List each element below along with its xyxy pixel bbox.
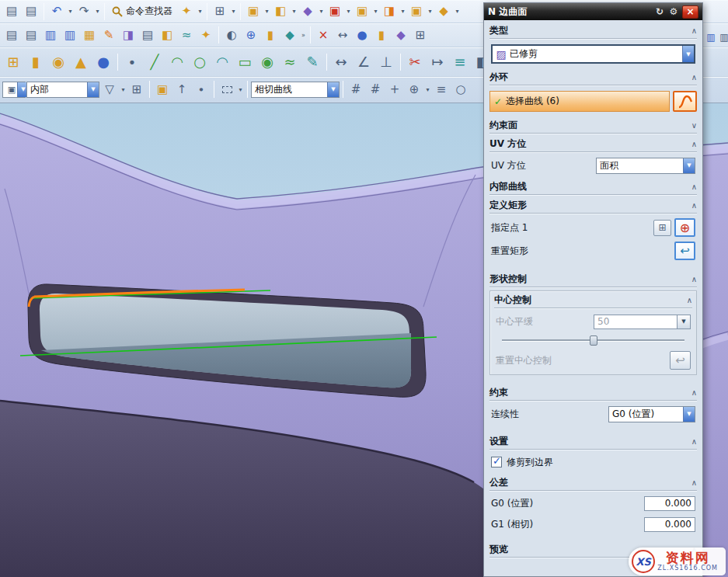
line-icon[interactable]: ╱ — [144, 51, 165, 73]
combo-arrow-icon[interactable]: ▼ — [87, 82, 99, 97]
chevron-down-icon[interactable]: ▾ — [197, 3, 204, 20]
snap-plus-icon[interactable]: + — [385, 80, 404, 99]
chevron-down-icon[interactable]: ▾ — [291, 3, 298, 20]
reset-rect-button[interactable]: ↩ — [674, 242, 695, 260]
notes-icon[interactable]: ▥ — [61, 26, 79, 44]
trim-icon[interactable]: ✂ — [404, 51, 426, 73]
snap-point-icon[interactable]: ⊞ — [127, 80, 146, 99]
redo-icon[interactable]: ↷ — [75, 2, 93, 21]
unite-icon[interactable]: ▣ — [353, 2, 371, 21]
rectangle-icon[interactable]: ▭ — [234, 51, 256, 73]
point-dialog-button[interactable]: ⊞ — [653, 220, 671, 236]
book-icon[interactable]: ▥ — [705, 28, 716, 47]
specify-point-button[interactable]: ⊕ — [674, 218, 695, 237]
g0-field[interactable]: 0.000 — [644, 496, 695, 511]
revolve-icon[interactable]: ◆ — [298, 2, 317, 21]
block-icon[interactable]: ⊞ — [2, 51, 24, 73]
section-settings[interactable]: 设置 ∧ — [489, 433, 697, 450]
arc-icon[interactable]: ◠ — [166, 51, 188, 73]
cone-icon[interactable]: ▲ — [70, 51, 92, 73]
slider-thumb[interactable] — [590, 335, 597, 346]
bookmark-icon[interactable]: ▥ — [41, 26, 60, 44]
feature-icon[interactable]: ◆ — [280, 26, 299, 44]
section-center-control[interactable]: 中心控制 ∧ — [494, 292, 692, 308]
open-icon[interactable]: ▤ — [22, 26, 40, 44]
trim-boundary-checkbox[interactable]: ✓ — [491, 457, 502, 468]
cylinder-icon[interactable]: ▮ — [372, 26, 391, 44]
value-slider-toggle[interactable]: ▼ — [677, 315, 691, 329]
studio-icon[interactable]: ✦ — [197, 26, 215, 44]
primitive-icon[interactable]: ▮ — [261, 26, 280, 44]
snap-target-icon[interactable]: ⊕ — [405, 80, 423, 99]
chevron-up-icon[interactable]: ∧ — [691, 182, 697, 191]
subtract-icon[interactable]: ▣ — [326, 2, 344, 21]
visibility-icon[interactable]: ◐ — [222, 26, 241, 44]
extrude-icon[interactable]: ◧ — [271, 2, 290, 21]
curve-button[interactable] — [673, 91, 697, 112]
cylinder-icon[interactable]: ▮ — [25, 51, 47, 73]
chevron-down-icon[interactable]: ▾ — [454, 3, 461, 20]
chevron-up-icon[interactable]: ∧ — [691, 26, 697, 35]
rectangle-select-icon[interactable] — [218, 80, 236, 99]
sphere-icon[interactable]: ● — [353, 26, 371, 44]
close-icon[interactable]: × — [682, 5, 698, 19]
point-icon[interactable]: ∙ — [121, 51, 143, 73]
toolbar-overflow-icon[interactable]: » — [300, 26, 307, 43]
combo-arrow-icon[interactable]: ▼ — [682, 46, 694, 62]
chevron-down-icon[interactable]: ▾ — [372, 3, 379, 20]
snap-circle-icon[interactable]: ○ — [451, 80, 470, 99]
chamfer-icon[interactable]: ▣ — [407, 2, 426, 21]
circle-icon[interactable]: ○ — [189, 51, 211, 73]
datum-csys-icon[interactable]: ◆ — [392, 26, 410, 44]
chevron-down-icon[interactable]: ▾ — [424, 81, 431, 98]
center-flat-slider[interactable] — [502, 335, 684, 346]
scope-combo[interactable]: 内部 ▼ — [26, 82, 99, 98]
combo-arrow-icon[interactable]: ▼ — [327, 82, 339, 97]
section-tolerance[interactable]: 公差 ∧ — [489, 474, 697, 491]
sphere-icon[interactable]: ● — [92, 51, 114, 73]
chevron-down-icon[interactable]: ▾ — [345, 3, 352, 20]
chevron-down-icon[interactable]: ▾ — [67, 3, 74, 20]
section-constraints[interactable]: 约束 ∧ — [489, 384, 697, 401]
type-combo[interactable]: ▨ 已修剪 ▼ — [491, 44, 695, 64]
spline-icon[interactable]: ≈ — [177, 26, 196, 44]
section-type[interactable]: 类型 ∧ — [489, 23, 697, 39]
shade-icon[interactable]: ◧ — [158, 26, 176, 44]
solid-filter-icon[interactable]: ▣ — [153, 80, 172, 99]
undo-icon[interactable]: ↶ — [47, 2, 66, 21]
point-filter-icon[interactable]: ∙ — [192, 80, 211, 99]
section-view-icon[interactable]: ◨ — [119, 26, 138, 44]
shell-icon[interactable]: ◆ — [434, 2, 453, 21]
chevron-up-icon[interactable]: ∧ — [691, 437, 697, 446]
chevron-up-icon[interactable]: ∧ — [687, 296, 692, 304]
chevron-down-icon[interactable]: ▾ — [120, 81, 127, 98]
chevron-up-icon[interactable]: ∧ — [691, 275, 697, 283]
measure-icon[interactable]: ↔ — [333, 26, 352, 44]
gear-icon[interactable]: ⚙ — [667, 5, 681, 18]
chevron-down-icon[interactable]: ▾ — [94, 3, 101, 20]
table-icon[interactable]: ▦ — [80, 26, 99, 44]
extend-icon[interactable]: ↦ — [427, 51, 448, 73]
fillet-icon[interactable]: ◠ — [211, 51, 233, 73]
perpendicular-icon[interactable]: ⊥ — [375, 51, 397, 73]
chevron-up-icon[interactable]: ∧ — [691, 140, 697, 148]
journal-icon[interactable]: ▤ — [22, 2, 40, 21]
chevron-up-icon[interactable]: ∧ — [691, 478, 697, 487]
chevron-down-icon[interactable]: ▾ — [427, 3, 434, 20]
select-curve-row[interactable]: ✓ 选择曲线 (6) — [489, 91, 670, 112]
chevron-up-icon[interactable]: ∧ — [691, 201, 697, 210]
center-flat-field[interactable]: 50 — [594, 315, 677, 329]
combo-arrow-icon[interactable]: ▼ — [683, 158, 695, 173]
chevron-down-icon[interactable]: ▾ — [318, 3, 325, 20]
torus-icon[interactable]: ◉ — [47, 51, 69, 73]
continuity-combo[interactable]: G0 (位置) ▼ — [608, 406, 695, 422]
layout-icon[interactable]: ▤ — [138, 26, 157, 44]
touch-mode-icon[interactable]: ✦ — [177, 2, 196, 21]
chevron-up-icon[interactable]: ∧ — [691, 73, 697, 82]
g1-field[interactable]: 0.000 — [644, 517, 695, 532]
section-define-rect[interactable]: 定义矩形 ∧ — [489, 197, 697, 214]
chevron-down-icon[interactable]: ▾ — [263, 3, 270, 20]
chevron-down-icon[interactable]: ▾ — [230, 3, 237, 20]
chevron-down-icon[interactable]: ▾ — [237, 81, 244, 98]
command-finder[interactable]: 命令查找器 — [108, 2, 176, 21]
